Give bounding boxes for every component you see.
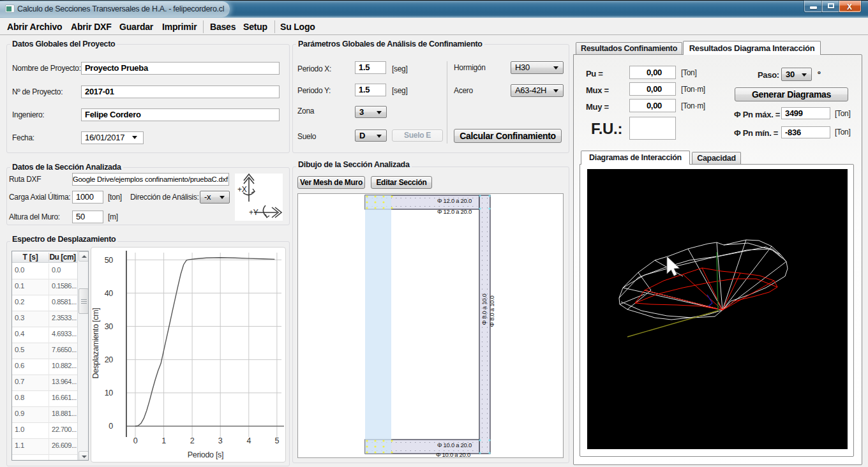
svg-text:Φ 12.0 a 20.0: Φ 12.0 a 20.0 [437,197,472,204]
svg-text:+Y: +Y [249,208,258,217]
svg-text:0: 0 [108,422,113,431]
svg-text:Φ 8.0 a 10.0: Φ 8.0 a 10.0 [481,294,488,325]
svg-text:Φ 12.0 a 20.0: Φ 12.0 a 20.0 [437,208,472,215]
svg-text:20: 20 [105,355,114,364]
svg-text:30: 30 [105,322,114,331]
svg-text:Φ 10.0 a 20.0: Φ 10.0 a 20.0 [437,441,472,448]
svg-text:3: 3 [218,436,223,445]
svg-text:Desplazamiento [cm]: Desplazamiento [cm] [91,308,100,378]
svg-text:+X: +X [237,185,247,194]
svg-text:0: 0 [133,436,138,445]
svg-text:2: 2 [190,436,195,445]
svg-text:10: 10 [105,389,114,397]
svg-text:4: 4 [246,436,251,445]
svg-text:1: 1 [161,436,166,445]
svg-text:5: 5 [275,436,280,445]
svg-text:40: 40 [105,289,114,298]
svg-text:50: 50 [105,256,114,265]
svg-text:Φ 10.0 a 20.0: Φ 10.0 a 20.0 [436,451,470,457]
svg-text:Φ 8.0 a 10.0: Φ 8.0 a 10.0 [488,296,495,327]
svg-text:Periodo [s]: Periodo [s] [188,450,223,459]
